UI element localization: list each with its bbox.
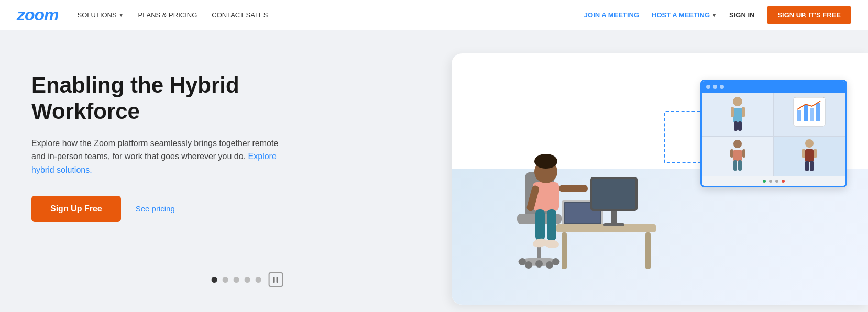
toolbar-dot-1 (769, 180, 772, 183)
svg-rect-20 (814, 149, 817, 158)
window-button-3 (720, 85, 724, 89)
hero-illustration-card (452, 53, 868, 305)
video-title-bar (702, 81, 845, 93)
hero-description: Explore how the Zoom platform seamlessly… (31, 137, 288, 177)
svg-rect-35 (559, 185, 588, 192)
carousel-dot-4[interactable] (244, 277, 250, 283)
nav-right: JOIN A MEETING HOST A MEETING ▼ SIGN IN … (584, 6, 851, 24)
nav-host-meeting[interactable]: HOST A MEETING ▼ (652, 11, 717, 19)
svg-rect-38 (547, 209, 556, 241)
svg-rect-37 (535, 209, 545, 241)
svg-rect-9 (810, 108, 814, 121)
signup-free-button[interactable]: Sign Up Free (31, 196, 121, 222)
navbar: zoom SOLUTIONS ▼ PLANS & PRICING CONTACT… (0, 0, 868, 30)
svg-point-27 (519, 258, 526, 265)
svg-rect-15 (733, 160, 737, 171)
hero-left: Enabling the Hybrid Workforce Explore ho… (0, 30, 452, 312)
svg-rect-21 (805, 161, 809, 171)
svg-point-11 (733, 140, 742, 148)
hero-right (452, 30, 868, 312)
carousel-dot-5[interactable] (255, 277, 261, 283)
svg-rect-49 (611, 211, 617, 225)
window-button-1 (706, 85, 710, 89)
chevron-down-icon: ▼ (119, 13, 124, 18)
hero-title: Enabling the Hybrid Workforce (31, 72, 304, 125)
svg-rect-22 (810, 161, 814, 171)
nav-item-solutions[interactable]: SOLUTIONS ▼ (78, 11, 124, 19)
svg-rect-45 (562, 232, 567, 269)
nav-sign-in[interactable]: SIGN IN (729, 11, 754, 19)
svg-rect-10 (816, 103, 820, 121)
svg-rect-14 (742, 149, 745, 158)
video-call-window (700, 80, 847, 187)
svg-rect-3 (742, 107, 745, 117)
carousel-dot-2[interactable] (222, 277, 228, 283)
svg-point-30 (525, 261, 532, 269)
carousel-dot-1[interactable] (211, 277, 217, 283)
nav-item-contact[interactable]: CONTACT SALES (212, 11, 268, 19)
toolbar-dot-red (782, 180, 785, 183)
video-cell-3 (702, 136, 774, 177)
see-pricing-link[interactable]: See pricing (136, 204, 175, 213)
logo[interactable]: zoom (17, 5, 59, 25)
nav-join-meeting[interactable]: JOIN A MEETING (584, 11, 639, 19)
svg-rect-8 (804, 105, 808, 121)
svg-rect-18 (805, 149, 814, 162)
svg-point-0 (733, 97, 742, 106)
hero-section: Enabling the Hybrid Workforce Explore ho… (0, 30, 868, 312)
video-grid (702, 93, 845, 176)
svg-rect-7 (797, 110, 801, 121)
nav-signup-button[interactable]: SIGN UP, IT'S FREE (767, 6, 851, 24)
svg-rect-13 (730, 149, 733, 158)
svg-rect-5 (738, 121, 742, 131)
carousel-dot-3[interactable] (233, 277, 239, 283)
nav-left: SOLUTIONS ▼ PLANS & PRICING CONTACT SALE… (78, 11, 268, 19)
pause-button[interactable] (268, 272, 283, 287)
svg-point-31 (546, 261, 553, 269)
svg-point-28 (535, 260, 543, 268)
svg-rect-16 (738, 160, 742, 171)
svg-rect-50 (603, 223, 624, 226)
carousel-controls (211, 272, 283, 287)
nav-item-plans[interactable]: PLANS & PRICING (138, 11, 197, 19)
person-desk-illustration (493, 109, 661, 289)
hero-actions: Sign Up Free See pricing (31, 196, 420, 222)
video-toolbar (702, 176, 845, 186)
svg-point-34 (534, 154, 557, 169)
svg-rect-46 (645, 232, 651, 269)
chevron-down-icon: ▼ (712, 13, 717, 18)
window-button-2 (713, 85, 717, 89)
svg-rect-2 (731, 107, 734, 117)
toolbar-dot-green (763, 180, 766, 183)
svg-rect-48 (592, 179, 635, 209)
video-cell-4 (774, 136, 845, 177)
pause-icon (273, 277, 278, 283)
video-cell-2 (774, 93, 845, 136)
svg-point-29 (552, 258, 559, 265)
svg-rect-1 (733, 108, 742, 122)
svg-rect-4 (734, 121, 738, 131)
svg-point-17 (805, 139, 814, 148)
svg-rect-19 (802, 149, 805, 158)
toolbar-dot-2 (775, 180, 778, 183)
selection-indicator (664, 111, 706, 163)
svg-rect-12 (733, 150, 742, 161)
video-cell-1 (702, 93, 774, 136)
